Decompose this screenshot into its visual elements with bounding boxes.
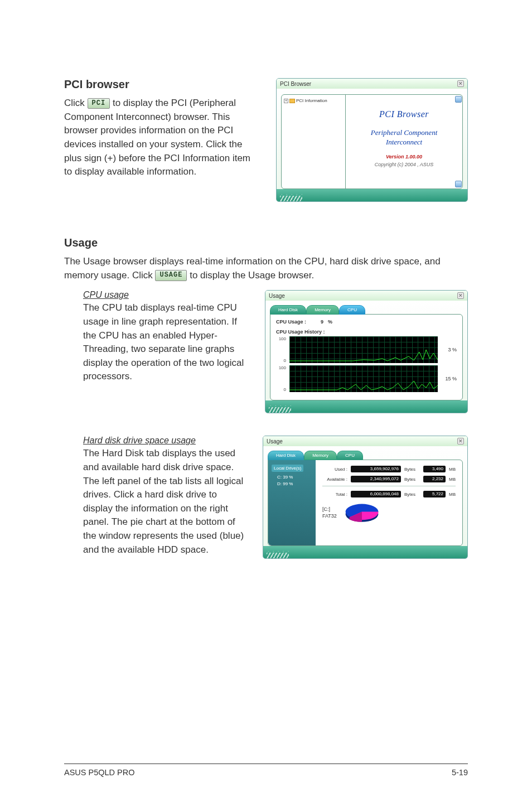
resize-grip-icon[interactable] — [280, 196, 302, 201]
pie-drive-label: [C:] — [322, 506, 337, 513]
cpu-graph-2 — [289, 365, 438, 392]
scroll-down-icon[interactable] — [455, 181, 462, 187]
cpu-graph-2-pct: 15 % — [441, 376, 457, 381]
cpu-graph-1-pct: 3 % — [441, 347, 457, 352]
footer-right: 5-19 — [452, 768, 468, 777]
cpu-history-label: CPU Usage History : — [276, 329, 457, 335]
divider — [322, 486, 456, 486]
cpu-graph1-axis: 100 0 — [276, 336, 286, 363]
hdd-usage-subhead: Hard disk drive space usage — [83, 436, 246, 446]
close-icon[interactable]: ✕ — [457, 438, 464, 445]
footer-dots-icon: . . . . . — [268, 547, 291, 553]
bytes-unit: Bytes — [404, 467, 420, 472]
available-label: Available : — [322, 477, 347, 482]
usage-cpu-window-titlebar: Usage ✕ — [265, 291, 467, 301]
pci-browser-window: PCI Browser ✕ + PCI Information PCI Brow… — [276, 78, 468, 202]
pci-info-pane: PCI Browser Peripheral Component Interco… — [346, 95, 462, 189]
drive-c-item[interactable]: C: 39 % — [272, 474, 312, 481]
usage-cpu-window-title-text: Usage — [269, 293, 285, 299]
usage-cpu-window: Usage ✕ Hard Disk Memory CPU CPU Usage :… — [265, 290, 468, 413]
drive-d-item[interactable]: D: 99 % — [272, 481, 312, 487]
pci-tree-root-label: PCI Information — [296, 98, 327, 103]
window-footer: . . . . . — [277, 189, 467, 201]
pci-para-post: to display the PCI (Peripheral Component… — [64, 98, 250, 177]
pci-sub2: Interconnect — [386, 138, 422, 146]
pci-sub1: Peripheral Component — [371, 128, 438, 137]
usage-paragraph: The Usage browser displays real-time inf… — [64, 255, 468, 282]
hdd-info-pane: Used : 3,659,902,976 Bytes 3,490 MB Avai… — [316, 460, 462, 545]
axis-100: 100 — [276, 336, 286, 341]
usage-tabs: Hard Disk Memory CPU — [268, 451, 463, 460]
pie-chart-icon — [342, 501, 381, 524]
tab-memory[interactable]: Memory — [306, 305, 339, 315]
usage-heading: Usage — [64, 236, 468, 249]
bytes-unit: Bytes — [404, 477, 420, 482]
cpu-usage-value: 9 — [321, 319, 323, 325]
footer-rule — [64, 764, 468, 764]
pci-browser-heading: PCI browser — [64, 78, 259, 91]
resize-grip-icon[interactable] — [267, 553, 289, 558]
page-footer: ASUS P5QLD PRO 5-19 — [64, 768, 468, 777]
usage-hdd-window-title-text: Usage — [267, 438, 283, 445]
tab-cpu[interactable]: CPU — [337, 451, 363, 460]
folder-icon — [289, 99, 295, 103]
pci-version-label: Version 1.00.00 — [351, 154, 457, 160]
tab-cpu[interactable]: CPU — [339, 305, 365, 315]
used-label: Used : — [322, 467, 347, 472]
used-mb-value: 3,490 — [423, 466, 446, 472]
pci-window-title-text: PCI Browser — [280, 81, 311, 87]
usage-hdd-window-titlebar: Usage ✕ — [263, 436, 467, 446]
window-footer: . . . . . — [265, 400, 467, 413]
close-icon[interactable]: ✕ — [457, 80, 464, 87]
usage-inline-button-icon: USAGE — [155, 270, 187, 281]
axis-0: 0 — [276, 358, 286, 363]
pci-inline-button-icon: PCI — [88, 98, 110, 109]
mb-unit: MB — [449, 477, 456, 482]
cpu-usage-unit: % — [328, 319, 332, 325]
pci-info-title: PCI Browser — [351, 109, 457, 119]
footer-left: ASUS P5QLD PRO — [64, 768, 135, 777]
total-mb-value: 5,722 — [423, 491, 446, 497]
tab-hard-disk[interactable]: Hard Disk — [268, 451, 304, 460]
window-footer: . . . . . — [263, 546, 467, 558]
cpu-usage-paragraph: The CPU tab displays real-time CPU usage… — [83, 301, 248, 384]
cpu-graph2-axis: 100 0 — [276, 365, 286, 392]
pci-info-subtitle: Peripheral Component Interconnect — [351, 128, 457, 147]
usage-tabs: Hard Disk Memory CPU — [270, 305, 463, 315]
pci-para-pre: Click — [64, 98, 88, 108]
used-bytes-value: 3,659,902,976 — [351, 466, 401, 472]
scroll-up-icon[interactable] — [455, 96, 462, 103]
usage-hdd-window: Usage ✕ Hard Disk Memory CPU Local Drive… — [263, 436, 468, 559]
pci-window-titlebar: PCI Browser ✕ — [277, 79, 467, 89]
pci-tree-root-item[interactable]: + PCI Information — [284, 98, 343, 103]
mb-unit: MB — [449, 492, 456, 497]
cpu-usage-subhead: CPU usage — [83, 290, 248, 300]
mb-unit: MB — [449, 467, 456, 472]
axis-0: 0 — [276, 387, 286, 392]
usage-para-post: to display the Usage browser. — [190, 270, 314, 281]
cpu-usage-label: CPU Usage : — [276, 319, 306, 325]
hdd-usage-paragraph: The Hard Disk tab displays the used and … — [83, 447, 246, 557]
pci-copyright-label: Copyright (c) 2004 , ASUS — [351, 162, 457, 167]
pie-fs-label: FAT32 — [322, 513, 337, 520]
pci-browser-paragraph: Click PCI to display the PCI (Peripheral… — [64, 96, 259, 179]
hdd-drive-list: Local Drive(s) C: 39 % D: 99 % — [268, 460, 316, 545]
available-bytes-value: 2,340,995,072 — [351, 476, 401, 482]
available-mb-value: 2,232 — [423, 476, 446, 482]
drive-list-root[interactable]: Local Drive(s) — [272, 465, 303, 472]
total-label: Total : — [322, 492, 347, 497]
expand-plus-icon[interactable]: + — [284, 99, 288, 103]
cpu-graph-1 — [289, 336, 438, 363]
pci-tree-pane: + PCI Information — [282, 95, 346, 189]
close-icon[interactable]: ✕ — [457, 292, 464, 299]
tab-memory[interactable]: Memory — [304, 451, 337, 460]
bytes-unit: Bytes — [404, 492, 420, 497]
tab-hard-disk[interactable]: Hard Disk — [270, 305, 306, 315]
footer-dots-icon: . . . . . — [270, 402, 293, 407]
resize-grip-icon[interactable] — [269, 407, 291, 413]
footer-dots-icon: . . . . . — [281, 190, 304, 196]
total-bytes-value: 6,000,898,048 — [351, 491, 401, 497]
axis-100: 100 — [276, 365, 286, 370]
